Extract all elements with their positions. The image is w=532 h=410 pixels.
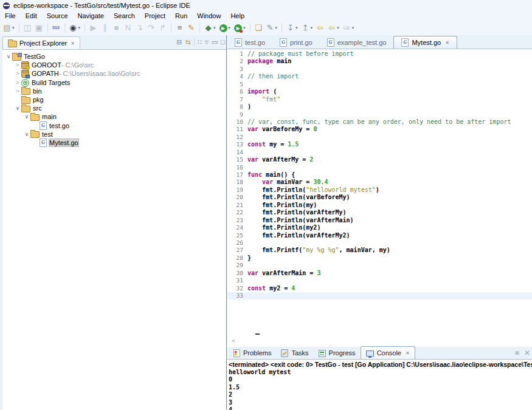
- tree-item-gopath[interactable]: >GOPATH - C:\Users\isaac.liao\Go\src: [2, 69, 226, 78]
- code-line-18[interactable]: 18 var mainVar = 30.4: [227, 179, 532, 186]
- tree-item-mytest-go[interactable]: GMytest.go: [2, 138, 226, 147]
- chevron-collapsed-icon[interactable]: >: [14, 80, 21, 86]
- skip-all-breakpoints-icon[interactable]: ◉▾: [68, 22, 82, 33]
- tree-item-goroot[interactable]: >GOROOT - C:\Go\src: [2, 61, 226, 69]
- menu-source[interactable]: Source: [42, 11, 73, 21]
- code-line-6[interactable]: 6import (: [227, 88, 532, 95]
- tree-item-pkg[interactable]: pkg: [2, 95, 226, 104]
- back-icon[interactable]: ⇦▾: [326, 22, 340, 33]
- code-line-14[interactable]: 14: [227, 149, 532, 156]
- code-line-23[interactable]: 23 fmt.Println(varAfterMain): [227, 217, 532, 224]
- code-line-7[interactable]: 7 "fmt": [227, 96, 532, 103]
- chevron-expanded-icon[interactable]: ∨: [23, 114, 30, 120]
- dropdown-arrow-icon[interactable]: ▾: [295, 22, 298, 33]
- dropdown-arrow-icon[interactable]: ▾: [243, 22, 246, 33]
- code-line-25[interactable]: 25 fmt.Println(varAfterMy2): [227, 232, 532, 239]
- new-wizard-icon[interactable]: ▤▾: [2, 22, 16, 33]
- menu-project[interactable]: Project: [140, 11, 170, 21]
- tree-item-testgo[interactable]: ∨TestGo: [2, 52, 226, 61]
- code-line-19[interactable]: 19 fmt.Println("helloworld mytest"): [227, 186, 532, 194]
- dropdown-arrow-icon[interactable]: ▾: [311, 22, 313, 33]
- code-line-17[interactable]: 17func main() {: [227, 171, 532, 179]
- chevron-expanded-icon[interactable]: ∨: [14, 105, 21, 111]
- code-line-4[interactable]: 4// then import: [227, 73, 532, 80]
- chevron-expanded-icon[interactable]: ∨: [5, 53, 12, 60]
- code-line-26[interactable]: 26: [227, 239, 532, 247]
- menu-help[interactable]: Help: [226, 11, 249, 21]
- close-console-icon[interactable]: ✕: [524, 349, 530, 357]
- menu-window[interactable]: Window: [192, 11, 226, 21]
- dropdown-arrow-icon[interactable]: ▾: [213, 22, 216, 33]
- chevron-collapsed-icon[interactable]: >: [14, 70, 21, 77]
- close-icon[interactable]: ✕: [71, 41, 75, 46]
- link-with-editor-icon[interactable]: ⇆: [185, 38, 191, 46]
- dropdown-arrow-icon[interactable]: ▾: [229, 22, 231, 33]
- open-folder-icon[interactable]: ❏: [254, 22, 264, 33]
- code-line-16[interactable]: 16: [227, 164, 532, 171]
- debug-icon[interactable]: ◆▾: [203, 22, 217, 33]
- minimize-icon[interactable]: ▭: [212, 38, 218, 46]
- hscroll-left-arrow[interactable]: <: [232, 338, 235, 344]
- chevron-collapsed-icon[interactable]: >: [14, 62, 21, 68]
- console-tab-problems[interactable]: Problems: [229, 347, 276, 359]
- previous-annotation-icon[interactable]: ↥▾: [300, 22, 314, 33]
- collapse-all-icon[interactable]: ⊟: [176, 38, 182, 46]
- tab-project-explorer[interactable]: Project Explorer ✕: [2, 36, 80, 49]
- run-coverage-icon[interactable]: ▶▾: [233, 22, 247, 33]
- tree-item-build-targets[interactable]: >Build Targets: [2, 78, 226, 87]
- code-line-8[interactable]: 8): [227, 103, 532, 111]
- editor-tab-example-test-go[interactable]: Gexample_test.go: [320, 36, 394, 49]
- editor-tab-test-go[interactable]: Gtest.go: [227, 36, 272, 49]
- code-line-33[interactable]: 33: [227, 292, 532, 299]
- code-line-29[interactable]: 29: [227, 262, 532, 269]
- code-line-32[interactable]: 32const my2 = 4: [227, 285, 532, 292]
- dropdown-arrow-icon[interactable]: ▾: [12, 22, 15, 33]
- code-line-9[interactable]: 9: [227, 111, 532, 118]
- code-line-20[interactable]: 20 fmt.Println(varBeforeMy): [227, 194, 532, 201]
- code-line-27[interactable]: 27 fmt.Printf("my %g %g", mainVar, my): [227, 247, 532, 254]
- code-line-3[interactable]: 3: [227, 66, 532, 73]
- binary-file-icon[interactable]: 010: [51, 22, 61, 33]
- dropdown-arrow-icon[interactable]: ▾: [337, 22, 339, 33]
- tree-item-main[interactable]: ∨main: [2, 112, 226, 121]
- menu-edit[interactable]: Edit: [21, 11, 42, 21]
- code-line-13[interactable]: 13const my = 1.5: [227, 141, 532, 148]
- code-line-15[interactable]: 15var varAfterMy = 2: [227, 156, 532, 163]
- build-all-icon[interactable]: ≡: [174, 22, 185, 33]
- console-tab-console[interactable]: Console✕: [361, 346, 415, 359]
- dropdown-arrow-icon[interactable]: ▾: [352, 22, 354, 33]
- tree-item-src[interactable]: ∨src: [2, 104, 226, 112]
- chevron-expanded-icon[interactable]: ∨: [23, 131, 30, 137]
- run-icon[interactable]: ▶▾: [218, 22, 232, 33]
- menu-navigate[interactable]: Navigate: [73, 11, 109, 21]
- close-icon[interactable]: ✕: [406, 350, 410, 356]
- code-line-28[interactable]: 28}: [227, 255, 532, 262]
- next-annotation-icon[interactable]: ↧▾: [285, 22, 299, 33]
- menu-file[interactable]: File: [0, 11, 21, 21]
- run-external-tool-icon[interactable]: ✎: [186, 22, 196, 33]
- menu-search[interactable]: Search: [109, 11, 140, 21]
- code-line-5[interactable]: 5: [227, 81, 532, 88]
- code-line-11[interactable]: 11var varBeforeMy = 0: [227, 126, 532, 133]
- maximize-icon[interactable]: □: [221, 38, 225, 46]
- mark-occurrences-icon[interactable]: ✎▾: [265, 22, 279, 33]
- last-edit-location-icon[interactable]: ⇦: [315, 22, 325, 33]
- view-menu-icon[interactable]: ∷: [198, 38, 202, 46]
- code-line-2[interactable]: 2package main: [227, 58, 532, 65]
- code-line-30[interactable]: 30var varAfterMain = 3: [227, 270, 532, 277]
- tree-item-bin[interactable]: >bin: [2, 87, 226, 95]
- dropdown-arrow-icon[interactable]: ▾: [78, 22, 81, 33]
- tree-item-test[interactable]: ∨test: [2, 130, 226, 138]
- console-tab-progress[interactable]: Progress: [314, 347, 361, 359]
- code-editor[interactable]: 1// package must before import2package m…: [227, 49, 532, 347]
- code-line-1[interactable]: 1// package must before import: [227, 50, 532, 58]
- code-line-12[interactable]: 12: [227, 134, 532, 141]
- close-icon[interactable]: ✕: [445, 40, 449, 46]
- code-line-21[interactable]: 21 fmt.Println(my): [227, 202, 532, 209]
- forward-icon[interactable]: ⇨▾: [342, 22, 356, 33]
- tree-item-test-go[interactable]: Gtest.go: [2, 121, 226, 130]
- code-line-22[interactable]: 22 fmt.Println(varAfterMy): [227, 209, 532, 216]
- dropdown-arrow-icon[interactable]: ▾: [275, 22, 278, 33]
- chevron-down-icon[interactable]: ▽: [205, 39, 209, 45]
- editor-tab-print-go[interactable]: Gprint.go: [272, 36, 320, 49]
